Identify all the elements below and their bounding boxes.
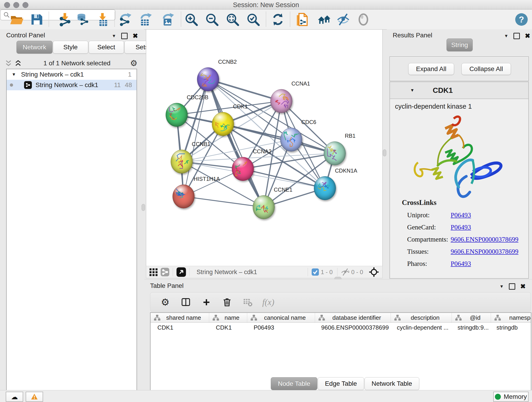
crosslink-link[interactable]: 9606.ENSP00000378699 [451, 248, 519, 255]
protein-section-header[interactable]: ▼ CDK1 [390, 82, 528, 99]
export-table-button[interactable] [138, 12, 153, 27]
panel-menu-icon[interactable]: ▼ [112, 33, 116, 38]
birdseye-crosshair-icon[interactable] [369, 266, 379, 278]
hidden-eye-icon[interactable] [341, 266, 350, 278]
network-edge[interactable] [208, 79, 281, 101]
zoom-out-button[interactable] [205, 12, 219, 27]
panel-menu-icon[interactable]: ▼ [504, 33, 508, 38]
network-node-cdc6[interactable] [280, 128, 302, 152]
panel-float-icon[interactable] [121, 33, 128, 39]
fit-content-button[interactable] [176, 266, 186, 278]
open-session-button[interactable] [9, 12, 24, 27]
tab-edge-table[interactable]: Edge Table [318, 377, 364, 390]
node-count: 11 [114, 81, 121, 89]
network-collection-row[interactable]: ▼ String Network – cdk1 1 [7, 69, 137, 80]
memory-button[interactable]: Memory [493, 392, 529, 402]
zoom-selected-button[interactable] [246, 12, 260, 27]
network-edges [146, 30, 382, 266]
network-edge[interactable] [184, 196, 264, 207]
network-canvas[interactable]: CCNB2CCNA1CDC25BCDK1CDC6RB1CCNB1CCNA2CDK… [146, 29, 383, 266]
control-panel-tabs: NetworkStyleSelectSets [17, 41, 160, 54]
network-node-ccne1[interactable] [253, 195, 275, 219]
first-neighbors-button[interactable] [317, 12, 331, 27]
tab-style[interactable]: Style [53, 41, 88, 54]
export-image-button[interactable] [161, 12, 175, 27]
import-table-button[interactable] [95, 12, 110, 27]
network-node-ccnb1[interactable] [171, 150, 193, 173]
share-document-button[interactable] [295, 12, 309, 27]
zoom-in-icon [184, 13, 198, 26]
export-network-button[interactable] [118, 12, 133, 27]
column-header-name[interactable]: name [209, 313, 247, 322]
column-header-description[interactable]: description [391, 313, 452, 322]
string-view-toggle-icon[interactable] [160, 266, 170, 278]
warnings-button[interactable] [26, 392, 43, 402]
hide-selected-button[interactable] [336, 12, 351, 27]
section-expander-icon[interactable]: ▼ [410, 88, 414, 93]
network-edge[interactable] [243, 169, 325, 188]
collapse-all-button[interactable]: Collapse All [462, 63, 511, 75]
network-node-ccnb2[interactable] [197, 67, 219, 91]
refresh-button[interactable] [271, 12, 285, 27]
panel-close-icon[interactable]: ✖ [520, 283, 526, 290]
save-session-button[interactable] [29, 12, 44, 27]
network-node-cdc25b[interactable] [166, 103, 188, 127]
table-cell: stringdb [490, 323, 531, 332]
network-row[interactable]: String Network – cdk1 11 48 [7, 80, 137, 90]
show-all-button[interactable] [356, 12, 371, 27]
tree-expander-icon[interactable]: ▼ [12, 72, 16, 77]
column-header-canonical-name[interactable]: canonical name [247, 313, 315, 322]
panel-close-icon[interactable]: ✖ [525, 32, 530, 40]
tab-string[interactable]: String [447, 38, 473, 51]
column-header-database-identifier[interactable]: database identifier [315, 313, 391, 322]
expand-all-button[interactable]: Expand All [408, 63, 454, 75]
table-options-gear-icon[interactable]: ⚙ [159, 296, 171, 308]
crosslink-link[interactable]: P06493 [451, 260, 471, 268]
network-tree: ▼ String Network – cdk1 1 String Network… [6, 69, 137, 402]
tab-select[interactable]: Select [89, 41, 124, 54]
column-type-icon [250, 314, 257, 321]
network-node-cdkn1a[interactable] [314, 176, 336, 200]
collection-count: 1 [128, 71, 132, 78]
zoom-fit-button[interactable] [225, 12, 240, 27]
tab-network-table[interactable]: Network Table [365, 377, 419, 390]
network-options-gear-icon[interactable]: ⚙ [130, 58, 138, 68]
crosslink-link[interactable]: P06493 [451, 211, 471, 219]
delete-column-trash-icon[interactable] [221, 296, 233, 308]
panel-close-icon[interactable]: ✖ [133, 32, 138, 40]
tab-network[interactable]: Network [17, 41, 52, 54]
cloud-services-button[interactable]: ☁ [6, 392, 23, 402]
import-network-database-button[interactable] [75, 12, 90, 27]
column-header--id[interactable]: @id [452, 313, 491, 322]
column-header-shared-name[interactable]: shared name [151, 313, 209, 322]
crosslink-link[interactable]: 9606.ENSP00000378699 [451, 236, 519, 243]
left-splitter-grip[interactable] [142, 204, 145, 211]
help-button[interactable]: ? [514, 12, 529, 27]
import-network-file-button[interactable] [57, 12, 72, 27]
network-node-rb1[interactable] [324, 141, 346, 165]
collapse-all-icon[interactable] [14, 59, 22, 67]
panel-menu-icon[interactable]: ▼ [500, 284, 504, 289]
network-node-cdk1[interactable] [212, 112, 234, 136]
right-splitter-grip[interactable] [383, 149, 386, 156]
grid-view-icon[interactable] [149, 266, 158, 278]
expand-all-icon[interactable] [5, 59, 12, 67]
create-column-icon[interactable]: + [201, 296, 212, 308]
column-type-icon [154, 314, 161, 321]
zoom-in-button[interactable] [184, 12, 199, 27]
panel-float-icon[interactable] [513, 33, 520, 39]
network-edge[interactable] [223, 124, 335, 153]
network-node-hist1h1a[interactable] [172, 185, 195, 208]
tab-node-table[interactable]: Node Table [271, 377, 317, 390]
network-node-ccna2[interactable] [232, 157, 254, 181]
selected-checkbox-icon[interactable] [311, 266, 319, 278]
network-edge[interactable] [208, 79, 264, 207]
crosslink-link[interactable]: P06493 [451, 223, 471, 231]
show-columns-icon[interactable] [180, 296, 191, 308]
column-header-namespace[interactable]: namespace [491, 313, 531, 322]
table-row[interactable]: CDK1CDK1P064939606.ENSP00000378699cyclin… [151, 323, 531, 332]
network-node-ccna1[interactable] [270, 89, 292, 113]
panel-float-icon[interactable] [509, 283, 515, 290]
results-panel-controls: ▼ ✖ [504, 32, 530, 40]
protein-structure-thumbnail [317, 180, 333, 196]
